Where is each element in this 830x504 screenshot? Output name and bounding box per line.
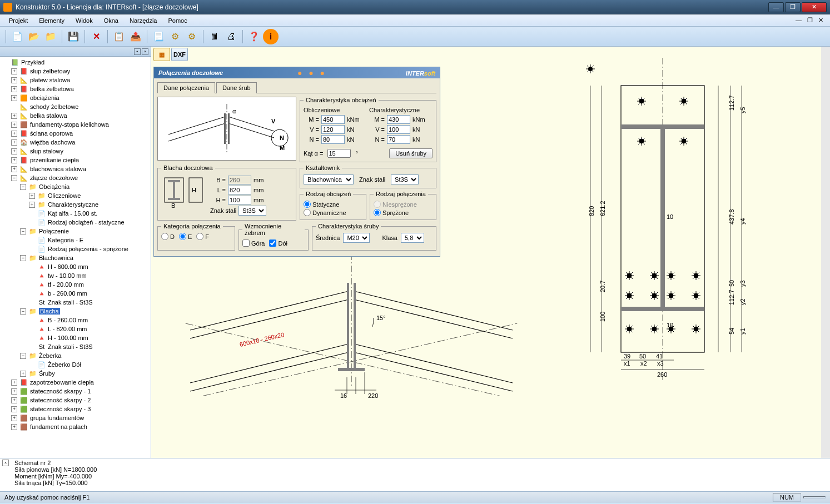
sidebar-pin-icon[interactable]: ▪ xyxy=(134,48,141,55)
tree-item[interactable]: +📕belka żelbetowa xyxy=(1,84,150,93)
mdi-close-icon[interactable]: ✕ xyxy=(816,17,826,24)
section-type-select[interactable]: Blachownica xyxy=(304,174,354,184)
tree-item-label[interactable]: złącze doczołowe xyxy=(30,174,78,181)
tree-item[interactable]: −📁Obciążenia xyxy=(1,182,150,191)
expand-icon[interactable]: + xyxy=(20,371,26,377)
expand-icon[interactable]: − xyxy=(20,308,26,315)
tree-item-label[interactable]: stateczność skarpy - 1 xyxy=(30,388,91,395)
tree-item[interactable]: 🔺H - 100.00 mm xyxy=(1,333,150,342)
tree-item[interactable]: 📄Żeberko Dół xyxy=(1,360,150,369)
expand-icon[interactable]: − xyxy=(20,255,26,261)
tree-item-label[interactable]: Charakterystyczne xyxy=(48,201,98,208)
tree-item[interactable]: −📁Blacha xyxy=(1,307,150,316)
tree-item-label[interactable]: Kąt alfa - 15.00 st. xyxy=(48,210,97,217)
tree-item-label[interactable]: Rodzaj połączenia - sprężone xyxy=(48,246,128,252)
tree-item[interactable]: 🔺H - 600.00 mm xyxy=(1,262,150,271)
tree-item[interactable]: +🟩stateczność skarpy - 1 xyxy=(1,387,150,396)
tree-item[interactable]: +🟫grupa fundamentów xyxy=(1,413,150,422)
print-icon[interactable]: 🖨 xyxy=(223,29,239,44)
tree-item[interactable]: +🟩stateczność skarpy - 3 xyxy=(1,405,150,413)
static-radio[interactable]: Statyczne xyxy=(304,201,362,208)
tree-item[interactable]: +🟫fundamenty-stopa kielichowa xyxy=(1,120,150,129)
expand-icon[interactable]: + xyxy=(29,202,35,208)
output-close-icon[interactable]: × xyxy=(2,460,9,466)
tree-item[interactable]: +📕przenikanie ciepła xyxy=(1,156,150,164)
tree-item-label[interactable]: Śruby xyxy=(39,370,55,377)
menu-widok[interactable]: Widok xyxy=(71,16,97,26)
menu-narzedzia[interactable]: Narzędzia xyxy=(125,16,162,26)
tree-item-label[interactable]: ściana oporowa xyxy=(30,130,73,137)
tree-item-label[interactable]: b - 260.00 mm xyxy=(48,290,87,297)
tree-item[interactable]: +🏠więźba dachowa xyxy=(1,138,150,147)
tree-item-label[interactable]: przenikanie ciepła xyxy=(30,157,79,163)
tree-item[interactable]: −📐złącze doczołowe xyxy=(1,173,150,182)
expand-icon[interactable]: + xyxy=(11,86,17,92)
tree-item[interactable]: 🔺B - 260.00 mm xyxy=(1,316,150,325)
expand-icon[interactable]: + xyxy=(11,397,17,403)
dialog-titlebar[interactable]: Połączenia doczołowe ● ● ● INTERsoft xyxy=(154,67,440,78)
expand-icon[interactable]: + xyxy=(11,77,17,83)
tree-item[interactable]: +📕słup żelbetowy xyxy=(1,67,150,76)
tree-item-label[interactable]: Żeberko Dół xyxy=(48,361,81,368)
expand-icon[interactable]: + xyxy=(11,388,17,395)
tree-item[interactable]: 🔺tf - 20.00 mm xyxy=(1,280,150,289)
tree-item-label[interactable]: Kategoria - E xyxy=(48,237,83,243)
tree-item[interactable]: StZnak stali - St3S xyxy=(1,298,150,307)
tree-item-label[interactable]: słup żelbetowy xyxy=(30,68,70,74)
tree-item-label[interactable]: obciążenia xyxy=(30,94,59,101)
menu-pomoc[interactable]: Pomoc xyxy=(164,16,192,26)
expand-icon[interactable]: + xyxy=(11,380,17,386)
calculator-icon[interactable]: 🖩 xyxy=(207,29,222,44)
tree-item-label[interactable]: Żeberka xyxy=(39,352,61,359)
tree-item-label[interactable]: fundament na palach xyxy=(30,423,87,430)
plate-L-input[interactable] xyxy=(228,186,251,194)
mdi-minimize-icon[interactable]: — xyxy=(793,17,804,24)
tree-item[interactable]: +📐słup stalowy xyxy=(1,147,150,156)
expand-icon[interactable]: + xyxy=(11,415,17,421)
expand-icon[interactable]: − xyxy=(20,184,26,190)
expand-icon[interactable]: + xyxy=(11,122,17,128)
tree-item[interactable]: 📄Rodzaj połączenia - sprężone xyxy=(1,244,150,253)
tree-item[interactable]: 🔺L - 820.00 mm xyxy=(1,325,150,333)
project-tree[interactable]: 📗Przykład+📕słup żelbetowy+📐płatew stalow… xyxy=(0,57,151,458)
category-D-radio[interactable]: D xyxy=(161,233,175,240)
category-E-radio[interactable]: E xyxy=(179,233,192,240)
expand-icon[interactable]: + xyxy=(11,139,17,146)
V-design-input[interactable] xyxy=(321,125,345,134)
expand-icon[interactable]: + xyxy=(11,113,17,119)
tree-item-label[interactable]: zapotrzebowanie ciepła xyxy=(30,379,94,386)
expand-icon[interactable]: + xyxy=(11,95,17,101)
new-file-icon[interactable]: 📄 xyxy=(9,29,25,44)
angle-input[interactable] xyxy=(327,149,351,158)
page-gear-icon[interactable]: 📃 xyxy=(151,29,166,44)
tree-item-label[interactable]: B - 260.00 mm xyxy=(48,317,88,323)
menu-projekt[interactable]: Projekt xyxy=(4,16,32,26)
tree-item[interactable]: −📁Połączenie xyxy=(1,227,150,236)
tree-item-label[interactable]: H - 100.00 mm xyxy=(48,335,88,341)
tree-item[interactable]: +🟩stateczność skarpy - 2 xyxy=(1,396,150,405)
menu-okna[interactable]: Okna xyxy=(100,16,123,26)
tree-item-label[interactable]: belka żelbetowa xyxy=(30,86,74,92)
expand-icon[interactable]: + xyxy=(11,157,17,163)
minimize-button[interactable]: — xyxy=(768,2,784,12)
tree-root-label[interactable]: Przykład xyxy=(21,59,44,66)
N-char-input[interactable] xyxy=(387,135,410,144)
tree-item-label[interactable]: blachownica stalowa xyxy=(30,166,86,172)
tree-item[interactable]: 🔺b - 260.00 mm xyxy=(1,289,150,298)
expand-icon[interactable]: − xyxy=(11,175,17,181)
sidebar-close-icon[interactable]: × xyxy=(142,48,148,55)
tree-item-label[interactable]: Znak stali - St3S xyxy=(48,343,93,350)
tree-item-label[interactable]: schody żelbetowe xyxy=(30,103,78,110)
tree-item[interactable]: 📐schody żelbetowe xyxy=(1,102,150,111)
expand-icon[interactable]: − xyxy=(20,228,26,234)
category-F-radio[interactable]: F xyxy=(196,233,209,240)
expand-icon[interactable]: − xyxy=(20,353,26,359)
N-design-input[interactable] xyxy=(321,135,345,144)
expand-icon[interactable]: + xyxy=(11,424,17,430)
open-folder-icon[interactable]: 📂 xyxy=(26,29,42,44)
M-design-input[interactable] xyxy=(321,115,345,124)
export-icon[interactable]: 📤 xyxy=(128,29,143,44)
document-icon[interactable]: 📋 xyxy=(111,29,127,44)
tree-item-label[interactable]: Oliczeniowe xyxy=(48,192,81,199)
tree-item-label[interactable]: stateczność skarpy - 2 xyxy=(30,397,91,403)
